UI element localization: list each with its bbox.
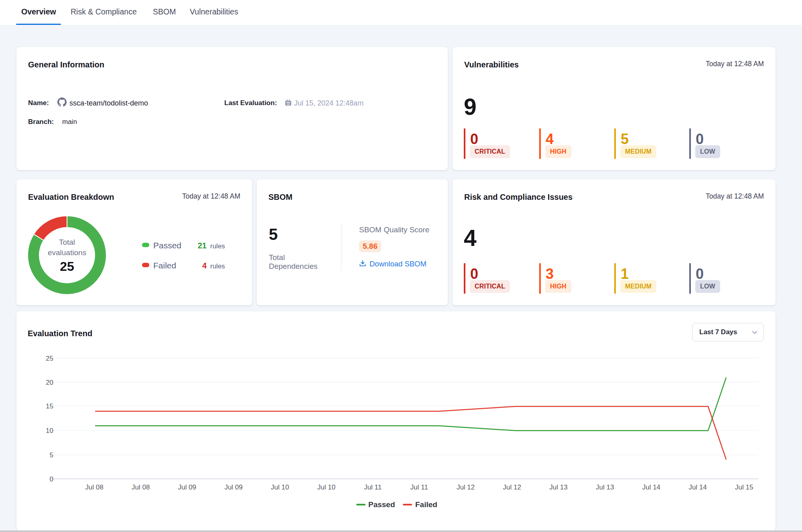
svg-text:Jul 08: Jul 08: [85, 483, 103, 491]
svg-text:20: 20: [46, 379, 53, 386]
svg-text:15: 15: [46, 402, 53, 410]
svg-text:Jul 10: Jul 10: [317, 483, 335, 491]
svg-text:Jul 11: Jul 11: [410, 483, 428, 491]
svg-text:Jul 13: Jul 13: [549, 483, 567, 491]
svg-text:Jul 09: Jul 09: [178, 483, 196, 491]
svg-text:Passed: Passed: [368, 500, 395, 509]
svg-text:Jul 14: Jul 14: [688, 483, 707, 491]
svg-text:5: 5: [50, 451, 53, 459]
svg-text:Jul 12: Jul 12: [503, 483, 521, 491]
svg-text:Jul 08: Jul 08: [132, 483, 150, 491]
svg-text:Jul 11: Jul 11: [364, 483, 382, 491]
svg-text:Jul 09: Jul 09: [224, 483, 242, 491]
svg-text:Jul 10: Jul 10: [271, 483, 289, 491]
svg-text:Jul 15: Jul 15: [735, 483, 753, 491]
svg-text:10: 10: [46, 427, 53, 435]
svg-text:25: 25: [46, 355, 53, 362]
svg-text:Jul 12: Jul 12: [457, 483, 475, 491]
svg-text:Jul 14: Jul 14: [642, 483, 660, 491]
svg-text:Jul 13: Jul 13: [596, 483, 614, 491]
svg-text:0: 0: [50, 475, 53, 483]
svg-text:Failed: Failed: [415, 500, 437, 509]
